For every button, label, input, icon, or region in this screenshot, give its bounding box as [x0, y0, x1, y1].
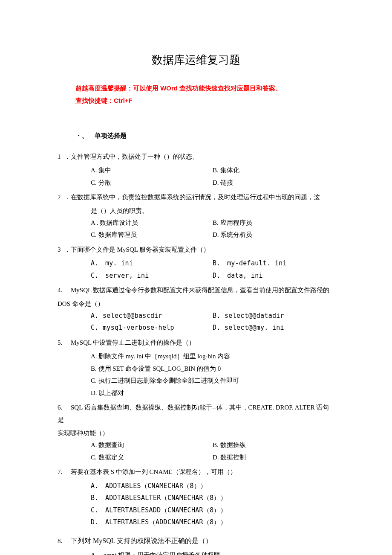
question-4: 4. MySQL 数据库通过命令行参数和配置文件来获得配置信息，查看当前使用的配… — [58, 284, 334, 334]
option-6-a: A. 数据查询 — [91, 439, 213, 451]
question-4-num: 4. — [58, 284, 64, 296]
option-1-a: A. 集中 — [91, 164, 213, 177]
question-1-num: 1 — [58, 151, 64, 163]
option-5-d: D. 以上都对 — [91, 387, 334, 399]
option-1-d: D. 链接 — [213, 177, 334, 189]
question-5: 5. MySQL 中设置停止二进制文件的操作是（） A. 删除文件 my. in… — [58, 337, 334, 399]
option-2-b: B. 应用程序员 — [213, 217, 334, 229]
question-8: 8. 下列对 MySQL 支持的权限说法不正确的是（） A. grant 权限：… — [58, 531, 334, 555]
question-2-num: 2 — [58, 191, 64, 203]
question-7-stem-text: 若要在基本表 S 中添加一列 CNAME（课程名），可用（） — [71, 468, 236, 475]
question-5-stem: 5. MySQL 中设置停止二进制文件的操作是（） — [58, 337, 334, 349]
question-6-stem-cont: 实现哪种功能（） — [58, 427, 334, 439]
option-4-d: D. select@@my. ini — [213, 322, 334, 334]
option-4-c: C. mysq1-verbose-help — [91, 322, 213, 334]
question-3-stem: 3．下面哪个文件是 MySQL 服务器安装配置文件（） — [58, 244, 334, 256]
option-7-a: A. ADDTABLES（CNAMECHAR（8）） — [91, 480, 334, 492]
question-6-stem: 6. SQL 语言集数据查询、数据操纵、数据控制功能于--体，其中，CREATE… — [58, 401, 334, 426]
question-2-options: A . 数据库设计员 B. 应用程序员 C. 数据库管理员 D. 系统分析员 — [91, 217, 334, 241]
tip-line-2: 查找快捷键：Ctrl+F — [75, 95, 334, 106]
question-3: 3．下面哪个文件是 MySQL 服务器安装配置文件（） A. my. ini B… — [58, 244, 334, 282]
option-2-d: D. 系统分析员 — [213, 229, 334, 241]
question-3-num: 3 — [58, 244, 64, 256]
question-7-stem: 7. 若要在基本表 S 中添加一列 CNAME（课程名），可用（） — [58, 466, 334, 478]
question-1-stem: 1．文件管理方式中，数据处于一种（）的状态。 — [58, 151, 334, 163]
option-3-b: B. my-default. ini — [213, 257, 334, 270]
option-7-b: B. ADDTABLESALTER（CNAMECHAR（8）） — [91, 492, 334, 504]
question-6-options: A. 数据查询 B. 数据操纵 C. 数据定义 D. 数据控制 — [91, 439, 334, 463]
question-1-options: A. 集中 B. 集体化 C. 分散 D. 链接 — [91, 164, 334, 189]
option-4-a: A. select@@bascdir — [91, 310, 213, 322]
question-6-num: 6. — [58, 401, 64, 414]
section-heading: ・、 单项选择题 — [75, 130, 334, 141]
option-5-c: C. 执行二进制日志删除命令删除全部二进制文件即可 — [91, 375, 334, 387]
question-1: 1．文件管理方式中，数据处于一种（）的状态。 A. 集中 B. 集体化 C. 分… — [58, 151, 334, 189]
question-3-options: A. my. ini B. my-default. ini C. server,… — [91, 257, 334, 282]
question-4-stem-cont: DOS 命令是（） — [58, 298, 334, 310]
question-2-stem-text: ．在数据库系统中，负责监控数据库系统的运行情况，及时处理运行过程中出现的问题，这 — [64, 194, 320, 200]
question-8-num: 8. — [58, 535, 64, 547]
option-7-d: D. ALTERTABLES（ADDCNAMECHAR（8）） — [91, 516, 334, 529]
option-6-d: D. 数据控制 — [213, 451, 334, 464]
option-3-c: C. server, ini — [91, 270, 213, 282]
question-4-stem-text: MySQL 数据库通过命令行参数和配置文件来获得配置信息，查看当前使用的配置文件… — [71, 287, 329, 293]
question-2-stem: 2．在数据库系统中，负责监控数据库系统的运行情况，及时处理运行过程中出现的问题，… — [58, 191, 334, 203]
tip-line-1: 超越高度温馨提醒：可以使用 WOrd 查找功能快速查找对应题目和答案。 — [75, 82, 334, 94]
question-5-options: A. 删除文件 my. ini 中［mysqld］组里 log-bin 内容 B… — [91, 350, 334, 399]
option-8-a: A. grant 权限：用于向特定用户授予各种权限。 — [91, 549, 334, 555]
question-3-stem-text: ．下面哪个文件是 MySQL 服务器安装配置文件（） — [64, 246, 210, 253]
question-8-stem-text: 下列对 MySQL 支持的权限说法不正确的是（） — [71, 537, 212, 544]
option-3-d: D. data, ini — [213, 270, 334, 282]
question-4-stem: 4. MySQL 数据库通过命令行参数和配置文件来获得配置信息，查看当前使用的配… — [58, 284, 334, 296]
option-2-a: A . 数据库设计员 — [91, 217, 213, 229]
question-8-stem: 8. 下列对 MySQL 支持的权限说法不正确的是（） — [58, 535, 334, 547]
option-7-c: C. ALTERTABLESADD（CNAMECHAR（8）） — [91, 504, 334, 517]
question-5-stem-text: MySQL 中设置停止二进制文件的操作是（） — [71, 339, 195, 346]
option-1-b: B. 集体化 — [213, 164, 334, 177]
question-7-options: A. ADDTABLES（CNAMECHAR（8）） B. ADDTABLESA… — [91, 480, 334, 529]
question-5-num: 5. — [58, 337, 64, 349]
question-2: 2．在数据库系统中，负责监控数据库系统的运行情况，及时处理运行过程中出现的问题，… — [58, 191, 334, 241]
page-title: 数据库运维复习题 — [58, 50, 334, 70]
option-1-c: C. 分散 — [91, 177, 213, 189]
question-1-stem-text: ．文件管理方式中，数据处于一种（）的状态。 — [64, 153, 199, 160]
question-7: 7. 若要在基本表 S 中添加一列 CNAME（课程名），可用（） A. ADD… — [58, 466, 334, 529]
question-7-num: 7. — [58, 466, 64, 478]
question-8-options: A. grant 权限：用于向特定用户授予各种权限。 B. reload 权限：… — [91, 549, 334, 555]
question-4-options: A. select@@bascdir B. select@@datadir C.… — [91, 310, 334, 334]
question-6-stem-text: SQL 语言集数据查询、数据操纵、数据控制功能于--体，其中，CREATE. D… — [58, 404, 329, 423]
question-2-stem-cont: 是（）人员的职责。 — [58, 205, 334, 217]
question-6: 6. SQL 语言集数据查询、数据操纵、数据控制功能于--体，其中，CREATE… — [58, 401, 334, 463]
option-6-c: C. 数据定义 — [91, 451, 213, 464]
option-2-c: C. 数据库管理员 — [91, 229, 213, 241]
option-4-b: B. select@@datadir — [213, 310, 334, 322]
option-6-b: B. 数据操纵 — [213, 439, 334, 451]
option-5-b: B. 使用 SET 命令设置 SQL_LOG_BIN 的值为 0 — [91, 363, 334, 375]
option-5-a: A. 删除文件 my. ini 中［mysqld］组里 log-bin 内容 — [91, 350, 334, 363]
option-3-a: A. my. ini — [91, 257, 213, 270]
